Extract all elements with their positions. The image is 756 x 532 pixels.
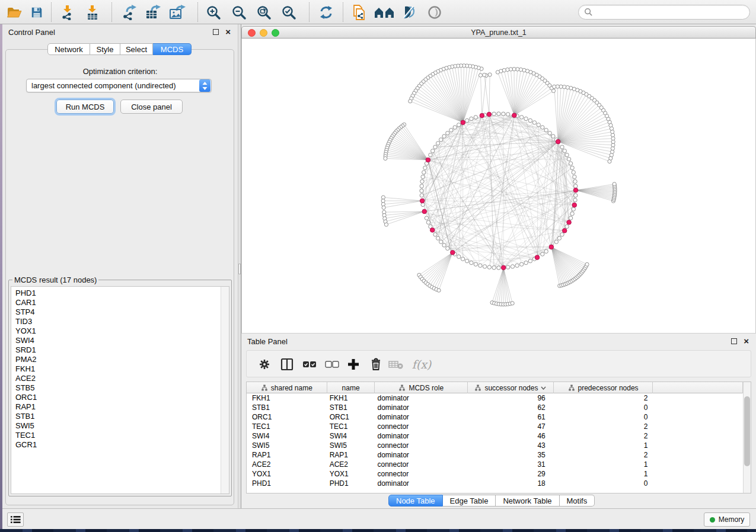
graph-node[interactable] <box>572 207 575 211</box>
zoom-out-button[interactable] <box>229 3 248 21</box>
zoom-in-button[interactable] <box>204 3 223 21</box>
graph-node[interactable] <box>574 184 578 188</box>
export-network-button[interactable] <box>120 3 139 21</box>
graph-mcds-hub-node[interactable] <box>572 203 577 207</box>
graph-mcds-hub-node[interactable] <box>451 250 455 255</box>
graph-node[interactable] <box>515 264 519 267</box>
search-input[interactable] <box>593 7 749 18</box>
table-row[interactable]: PHD1PHD1dominator180 <box>247 479 743 488</box>
graph-mcds-hub-node[interactable] <box>461 120 465 125</box>
graph-node[interactable] <box>563 149 566 153</box>
graph-node[interactable] <box>449 128 453 132</box>
tab-mcds[interactable]: MCDS <box>153 43 192 55</box>
mcds-result-item[interactable]: ORC1 <box>15 393 221 402</box>
graphics-details-button[interactable] <box>400 3 419 21</box>
table-row[interactable]: SWI5SWI5connector431 <box>247 441 743 450</box>
graph-node[interactable] <box>506 113 509 116</box>
graph-node[interactable] <box>572 171 575 174</box>
mcds-result-item[interactable]: SRD1 <box>15 345 221 355</box>
graph-mcds-hub-node[interactable] <box>535 255 540 260</box>
delete-column-button[interactable] <box>368 357 384 372</box>
close-window-traffic-light[interactable] <box>248 29 256 37</box>
table-row[interactable]: TEC1TEC1connector472 <box>247 422 743 431</box>
mcds-result-item[interactable]: ACE2 <box>15 374 221 383</box>
graph-node[interactable] <box>541 126 544 129</box>
graph-mcds-hub-node[interactable] <box>480 113 484 118</box>
tab-motifs[interactable]: Motifs <box>560 495 595 507</box>
graph-node[interactable] <box>457 255 461 258</box>
graph-node[interactable] <box>446 246 449 250</box>
graph-node[interactable] <box>544 249 548 253</box>
graph-node[interactable] <box>519 262 523 266</box>
graph-node[interactable] <box>569 216 572 220</box>
graph-node[interactable] <box>470 261 473 264</box>
graph-node[interactable] <box>560 145 564 149</box>
graph-leaf-node[interactable] <box>381 196 385 199</box>
graph-leaf-node[interactable] <box>409 100 412 103</box>
search-field[interactable] <box>578 5 750 20</box>
export-image-button[interactable] <box>168 3 187 21</box>
mcds-result-item[interactable]: YOX1 <box>15 326 221 336</box>
graph-node[interactable] <box>528 118 532 122</box>
table-row[interactable]: STB1STB1dominator620 <box>247 403 743 412</box>
graph-leaf-node[interactable] <box>496 70 499 74</box>
network-window-titlebar[interactable]: YPA_prune.txt_1 <box>241 26 756 39</box>
table-scrollbar-thumb[interactable] <box>744 396 750 466</box>
graph-node[interactable] <box>420 180 424 183</box>
mcds-result-item[interactable]: PMA2 <box>15 355 221 364</box>
graph-node[interactable] <box>519 116 523 119</box>
graph-node[interactable] <box>528 259 532 262</box>
graph-mcds-hub-node[interactable] <box>567 220 572 225</box>
graph-node[interactable] <box>483 265 486 268</box>
graph-node[interactable] <box>573 175 576 178</box>
graph-node[interactable] <box>420 184 423 188</box>
graph-mcds-hub-node[interactable] <box>573 188 578 193</box>
table-scrollbar[interactable] <box>743 382 751 493</box>
graph-node[interactable] <box>541 252 544 256</box>
graph-node[interactable] <box>421 175 425 178</box>
tab-select[interactable]: Select <box>120 43 153 55</box>
column-header-MCDS-role[interactable]: MCDS role <box>375 382 468 393</box>
memory-button[interactable]: Memory <box>704 512 750 527</box>
graph-node[interactable] <box>524 261 528 264</box>
graph-node[interactable] <box>436 142 439 145</box>
graph-node[interactable] <box>420 189 423 193</box>
table-row[interactable]: YOX1YOX1connector291 <box>247 469 743 479</box>
graph-node[interactable] <box>492 112 496 116</box>
close-panel-button[interactable]: Close panel <box>120 100 183 114</box>
table-settings-button[interactable] <box>256 357 273 372</box>
graph-node[interactable] <box>422 171 426 174</box>
graph-mcds-hub-node[interactable] <box>426 158 430 162</box>
column-header-shared-name[interactable]: shared name <box>247 382 327 393</box>
graph-node[interactable] <box>502 112 505 116</box>
table-row[interactable]: ACE2ACE2connector311 <box>247 460 743 469</box>
save-session-button[interactable] <box>27 3 46 21</box>
graph-node[interactable] <box>567 157 570 161</box>
graph-node[interactable] <box>569 162 572 165</box>
graph-leaf-node[interactable] <box>585 262 589 266</box>
import-table-button[interactable] <box>83 3 102 21</box>
open-file-button[interactable] <box>5 3 24 21</box>
tab-network-table[interactable]: Network Table <box>496 495 559 507</box>
graph-leaf-node[interactable] <box>437 289 441 292</box>
graph-node[interactable] <box>554 240 558 243</box>
graph-node[interactable] <box>470 117 473 120</box>
graph-node[interactable] <box>497 112 500 116</box>
graph-mcds-hub-node[interactable] <box>556 139 560 144</box>
graph-node[interactable] <box>570 211 574 215</box>
mcds-result-item[interactable]: STB1 <box>15 412 221 421</box>
graph-node[interactable] <box>439 240 442 243</box>
table-row[interactable]: SWI4SWI4dominator462 <box>247 431 743 441</box>
tab-style[interactable]: Style <box>90 43 120 55</box>
graph-leaf-node[interactable] <box>382 206 385 209</box>
graph-node[interactable] <box>433 145 437 149</box>
graph-node[interactable] <box>532 121 536 124</box>
minimize-window-traffic-light[interactable] <box>260 29 267 37</box>
graph-node[interactable] <box>474 116 477 119</box>
graph-node[interactable] <box>436 236 439 240</box>
column-header-name[interactable]: name <box>327 382 375 393</box>
tab-edge-table[interactable]: Edge Table <box>443 495 496 507</box>
graph-node[interactable] <box>573 180 577 183</box>
graph-mcds-hub-node[interactable] <box>487 112 492 117</box>
graph-node[interactable] <box>442 134 446 138</box>
